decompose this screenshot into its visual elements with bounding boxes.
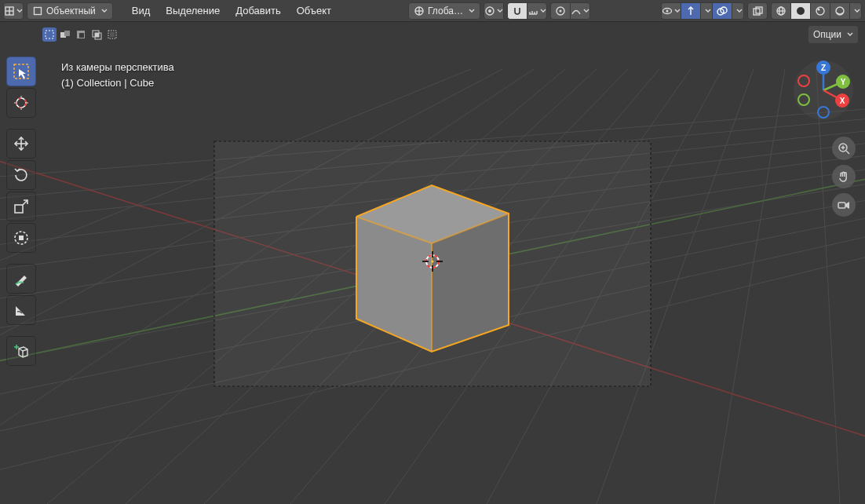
viewport-header: Объектный Вид Выделение Добавить Объект … — [0, 0, 865, 22]
shading-rendered[interactable] — [830, 2, 849, 20]
editor-type-dropdown[interactable] — [3, 2, 24, 20]
svg-point-68 — [818, 8, 820, 10]
select-mode-new[interactable] — [42, 27, 57, 42]
tool-cursor[interactable] — [6, 88, 36, 118]
tool-settings-header: Опции — [0, 22, 865, 47]
svg-rect-61 — [754, 9, 760, 15]
tool-transform[interactable] — [6, 223, 36, 253]
svg-line-91 — [23, 200, 27, 205]
svg-point-47 — [488, 9, 491, 13]
zoom-button[interactable] — [832, 137, 856, 160]
tool-add-primitive[interactable] — [6, 336, 36, 366]
tool-shelf — [6, 57, 35, 366]
proportional-edit-toggle[interactable] — [550, 2, 570, 20]
gizmo-z-label: Z — [821, 64, 826, 72]
svg-rect-93 — [19, 236, 24, 240]
svg-rect-62 — [756, 7, 762, 13]
overlay-options-dropdown[interactable] — [732, 2, 744, 20]
tool-rotate[interactable] — [6, 160, 36, 190]
tool-move[interactable] — [6, 129, 36, 159]
svg-line-109 — [846, 151, 849, 154]
menu-select[interactable]: Выделение — [159, 5, 226, 16]
select-mode-subtract[interactable] — [74, 27, 88, 42]
viewport-3d[interactable] — [0, 22, 865, 504]
tool-measure[interactable] — [6, 295, 36, 325]
object-visibility-dropdown[interactable] — [661, 2, 681, 20]
proportional-falloff-dropdown[interactable] — [570, 2, 590, 20]
active-object-label: (1) Collection | Cube — [61, 75, 174, 91]
gizmo-options-dropdown[interactable] — [700, 2, 712, 20]
transform-orientation-dropdown[interactable]: Глоба… — [408, 2, 480, 20]
view-perspective-label: Из камеры перспектива — [61, 60, 174, 75]
svg-rect-77 — [95, 33, 99, 37]
svg-rect-112 — [838, 203, 845, 208]
interaction-mode-dropdown[interactable]: Объектный — [27, 2, 113, 20]
menu-view[interactable]: Вид — [126, 5, 157, 16]
options-label: Опции — [813, 29, 841, 40]
camera-view-button[interactable] — [832, 193, 856, 217]
shading-material[interactable] — [810, 2, 830, 20]
viewport-info-overlay: Из камеры перспектива (1) Collection | C… — [61, 60, 174, 91]
orientation-label: Глоба… — [428, 5, 463, 16]
svg-rect-74 — [79, 33, 84, 38]
svg-rect-70 — [46, 31, 53, 38]
snap-toggle[interactable] — [507, 2, 527, 20]
svg-rect-72 — [64, 31, 70, 36]
svg-marker-81 — [19, 69, 26, 79]
svg-point-66 — [797, 7, 805, 15]
snap-element-dropdown[interactable] — [527, 2, 547, 20]
navigation-gizmo[interactable]: Z Y X — [793, 60, 854, 121]
tool-annotate[interactable] — [6, 264, 36, 294]
shading-options-dropdown[interactable] — [849, 2, 862, 20]
pivot-point-dropdown[interactable] — [484, 2, 504, 20]
svg-point-57 — [666, 9, 669, 12]
menu-object[interactable]: Объект — [290, 5, 338, 16]
viewport-options-dropdown[interactable]: Опции — [808, 25, 859, 44]
svg-marker-113 — [845, 202, 849, 209]
show-overlays-toggle[interactable] — [712, 2, 732, 20]
select-mode-invert[interactable] — [105, 27, 119, 42]
svg-rect-79 — [110, 32, 115, 37]
gizmo-y-label: Y — [841, 78, 846, 86]
svg-rect-43 — [35, 7, 42, 14]
shading-solid[interactable] — [790, 2, 810, 20]
select-mode-extend[interactable] — [58, 27, 72, 42]
menu-add[interactable]: Добавить — [229, 5, 287, 16]
tool-scale[interactable] — [6, 192, 36, 221]
shading-wireframe[interactable] — [771, 2, 790, 20]
viewport-nav-buttons — [832, 137, 856, 217]
svg-point-55 — [559, 9, 561, 12]
show-gizmos-toggle[interactable] — [681, 2, 700, 20]
svg-point-67 — [816, 7, 824, 15]
svg-rect-90 — [15, 205, 23, 213]
gizmo-x-label: X — [840, 97, 845, 105]
xray-toggle[interactable] — [747, 2, 768, 20]
tool-select-box[interactable] — [6, 57, 36, 86]
pan-button[interactable] — [832, 165, 856, 188]
select-mode-group — [42, 27, 119, 42]
svg-point-39 — [432, 261, 434, 263]
select-mode-intersect[interactable] — [89, 27, 104, 42]
interaction-mode-label: Объектный — [46, 5, 96, 16]
